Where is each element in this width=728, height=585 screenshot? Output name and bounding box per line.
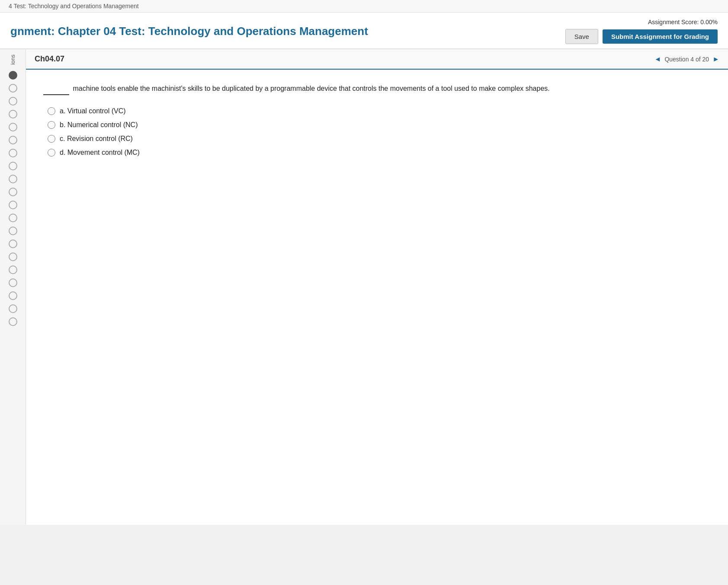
header-right: Assignment Score: 0.00% Save Submit Assi… — [565, 19, 718, 44]
question-header: Ch04.07 ◄ Question 4 of 20 ► — [26, 49, 728, 70]
answer-option-b[interactable]: b. Numerical control (NC) — [48, 121, 711, 129]
sidebar-dot-14[interactable] — [9, 240, 17, 248]
question-nav: ◄ Question 4 of 20 ► — [654, 55, 719, 63]
sidebar-dot-5[interactable] — [9, 123, 17, 131]
sidebar-dot-20[interactable] — [9, 317, 17, 326]
answer-option-c[interactable]: c. Revision control (RC) — [48, 135, 711, 143]
answer-label-d: d. Movement control (MC) — [60, 149, 140, 157]
sidebar: ions — [0, 49, 26, 525]
sidebar-label: ions — [10, 54, 16, 65]
sidebar-dot-18[interactable] — [9, 291, 17, 300]
sidebar-dot-9[interactable] — [9, 175, 17, 183]
radio-c[interactable] — [48, 135, 55, 143]
sidebar-dot-8[interactable] — [9, 162, 17, 170]
prev-question-button[interactable]: ◄ — [654, 55, 661, 63]
header: gnment: Chapter 04 Test: Technology and … — [0, 13, 728, 49]
sidebar-dot-1[interactable] — [9, 71, 17, 80]
next-question-button[interactable]: ► — [712, 55, 719, 63]
header-left: gnment: Chapter 04 Test: Technology and … — [10, 25, 368, 38]
radio-a[interactable] — [48, 107, 55, 115]
save-button[interactable]: Save — [565, 29, 598, 44]
main-panel: Ch04.07 ◄ Question 4 of 20 ► machine too… — [26, 49, 728, 525]
sidebar-dot-16[interactable] — [9, 265, 17, 274]
blank-space — [43, 83, 69, 95]
sidebar-dot-12[interactable] — [9, 214, 17, 222]
answer-label-c: c. Revision control (RC) — [60, 135, 133, 143]
content-area: ions Ch04.07 ◄ Question 4 of 20 ► — [0, 49, 728, 525]
sidebar-dot-4[interactable] — [9, 110, 17, 118]
question-text-content: machine tools enable the machinist's ski… — [73, 85, 549, 92]
header-buttons: Save Submit Assignment for Grading — [565, 29, 718, 44]
sidebar-dot-3[interactable] — [9, 97, 17, 105]
chapter-code: Ch04.07 — [35, 54, 64, 64]
sidebar-dot-11[interactable] — [9, 201, 17, 209]
question-body: machine tools enable the machinist's ski… — [26, 70, 728, 169]
sidebar-dot-13[interactable] — [9, 227, 17, 235]
answer-label-b: b. Numerical control (NC) — [60, 121, 138, 129]
top-bar-title: 4 Test: Technology and Operations Manage… — [9, 3, 139, 10]
sidebar-dot-10[interactable] — [9, 188, 17, 196]
answer-options: a. Virtual control (VC) b. Numerical con… — [43, 107, 711, 157]
radio-d[interactable] — [48, 149, 55, 157]
sidebar-dot-15[interactable] — [9, 253, 17, 261]
submit-assignment-button[interactable]: Submit Assignment for Grading — [603, 29, 718, 44]
top-bar: 4 Test: Technology and Operations Manage… — [0, 0, 728, 13]
assignment-title: gnment: Chapter 04 Test: Technology and … — [10, 25, 368, 38]
sidebar-dot-7[interactable] — [9, 149, 17, 157]
sidebar-dot-17[interactable] — [9, 278, 17, 287]
answer-option-a[interactable]: a. Virtual control (VC) — [48, 107, 711, 115]
answer-label-a: a. Virtual control (VC) — [60, 107, 126, 115]
question-nav-text: Question 4 of 20 — [664, 56, 709, 63]
question-text: machine tools enable the machinist's ski… — [43, 83, 711, 95]
radio-b[interactable] — [48, 121, 55, 129]
sidebar-dot-2[interactable] — [9, 84, 17, 93]
assignment-score: Assignment Score: 0.00% — [648, 19, 718, 26]
sidebar-dot-19[interactable] — [9, 304, 17, 313]
answer-option-d[interactable]: d. Movement control (MC) — [48, 149, 711, 157]
sidebar-dot-6[interactable] — [9, 136, 17, 144]
